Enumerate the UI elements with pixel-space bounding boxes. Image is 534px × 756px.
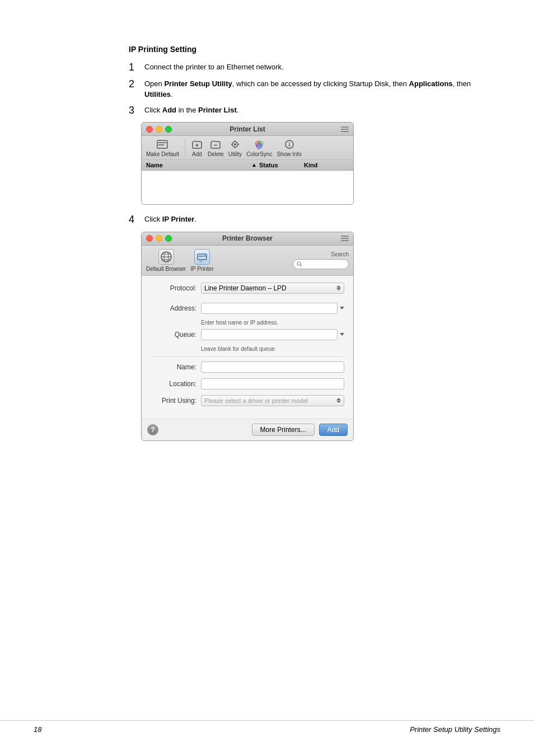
printer-list-table-header: Name ▲ Status Kind xyxy=(142,160,353,171)
delete-label: Delete xyxy=(208,151,224,157)
browser-traffic-lights xyxy=(146,235,172,242)
search-label: Search xyxy=(331,251,349,257)
info-icon: i xyxy=(283,138,296,151)
step-4-list: 4 Click IP Printer. xyxy=(129,214,489,226)
step-2: 2 Open Printer Setup Utility, which can … xyxy=(129,78,489,100)
protocol-label: Protocol: xyxy=(151,284,201,292)
colorsync-button[interactable]: ColorSync xyxy=(246,138,272,157)
browser-close-icon[interactable] xyxy=(146,235,153,242)
close-button-icon[interactable] xyxy=(146,126,153,133)
form-divider xyxy=(151,356,344,357)
location-row: Location: xyxy=(151,378,344,389)
utility-button[interactable]: Utility xyxy=(228,138,242,157)
delete-printer-button[interactable]: Delete xyxy=(208,138,224,157)
svg-point-11 xyxy=(234,143,236,145)
svg-point-31 xyxy=(297,262,301,265)
add-button[interactable]: Add xyxy=(319,424,348,436)
svg-text:i: i xyxy=(288,142,290,148)
printer-list-table-body xyxy=(142,171,353,204)
search-icon xyxy=(297,261,302,267)
svg-rect-1 xyxy=(158,142,166,143)
browser-minimize-icon[interactable] xyxy=(156,235,162,242)
location-field xyxy=(201,378,344,389)
make-default-icon xyxy=(156,138,168,151)
printer-list-title: Printer List xyxy=(229,125,265,133)
browser-footer: ? More Printers... Add xyxy=(142,419,353,440)
search-area: Search xyxy=(218,251,349,269)
traffic-lights xyxy=(146,126,172,133)
step-number-4: 4 xyxy=(129,214,141,226)
browser-resize-icon xyxy=(341,236,349,241)
name-input[interactable] xyxy=(201,361,344,373)
add-button-label: Add xyxy=(327,426,339,434)
name-field xyxy=(201,361,344,373)
step-number-3: 3 xyxy=(129,105,141,117)
step-text-1: Connect the printer to an Ethernet netwo… xyxy=(144,62,489,73)
browser-toolbar: Default Browser IP Printer xyxy=(142,246,353,276)
name-label: Name: xyxy=(151,363,201,371)
address-input[interactable] xyxy=(201,303,338,314)
show-info-label: Show Info xyxy=(277,151,301,157)
zoom-button-icon[interactable] xyxy=(165,126,172,133)
print-using-select[interactable]: Please select a driver or printer model xyxy=(201,395,344,406)
section-title: IP Printing Setting xyxy=(129,45,489,54)
location-label: Location: xyxy=(151,380,201,388)
svg-rect-2 xyxy=(158,144,164,145)
queue-arrow-icon xyxy=(340,333,344,336)
protocol-value: Line Printer Daemon – LPD xyxy=(204,284,287,292)
help-button[interactable]: ? xyxy=(147,424,158,435)
main-content: IP Printing Setting 1 Connect the printe… xyxy=(129,45,489,441)
show-info-button[interactable]: i Show Info xyxy=(277,138,301,157)
resize-icon xyxy=(341,126,349,132)
colorsync-icon xyxy=(253,138,265,151)
step-text-3: Click Add in the Printer List. xyxy=(144,105,489,116)
queue-hint: Leave blank for default queue. xyxy=(151,346,344,352)
page-number: 18 xyxy=(34,725,41,734)
page-footer: 18 Printer Setup Utility Settings xyxy=(0,720,534,734)
make-default-button[interactable]: Make Default xyxy=(146,138,179,157)
location-input[interactable] xyxy=(201,378,344,389)
step-text-2: Open Printer Setup Utility, which can be… xyxy=(144,78,489,100)
step-number-2: 2 xyxy=(129,78,141,91)
printer-list-titlebar: Printer List xyxy=(142,123,353,136)
address-row: Address: xyxy=(151,303,344,314)
svg-point-28 xyxy=(204,255,205,257)
browser-title: Printer Browser xyxy=(222,234,273,242)
svg-rect-29 xyxy=(200,260,202,261)
svg-point-18 xyxy=(256,143,262,149)
queue-row: Queue: xyxy=(151,329,344,340)
printer-browser-window: Printer Browser xyxy=(141,232,354,441)
browser-form: Protocol: Line Printer Daemon – LPD xyxy=(142,276,353,419)
protocol-row: Protocol: Line Printer Daemon – LPD xyxy=(151,283,344,294)
address-hint: Enter host name or IP address. xyxy=(151,320,344,326)
step-text-4: Click IP Printer. xyxy=(144,214,489,225)
browser-zoom-icon[interactable] xyxy=(165,235,172,242)
ip-printer-button[interactable]: IP Printer xyxy=(190,249,214,272)
col-status: Status xyxy=(259,162,304,168)
toolbar-divider-1 xyxy=(185,139,185,156)
step-4: 4 Click IP Printer. xyxy=(129,214,489,226)
print-using-arrow-icon xyxy=(336,398,341,403)
print-using-placeholder: Please select a driver or printer model xyxy=(204,397,308,404)
more-printers-label: More Printers... xyxy=(260,426,306,434)
queue-input[interactable] xyxy=(201,329,338,340)
search-box[interactable] xyxy=(293,259,349,269)
print-using-row: Print Using: Please select a driver or p… xyxy=(151,395,344,406)
svg-rect-26 xyxy=(198,254,207,260)
default-browser-icon xyxy=(158,249,174,265)
page: IP Printing Setting 1 Connect the printe… xyxy=(0,0,534,756)
ip-printer-icon xyxy=(194,249,210,265)
add-printer-button[interactable]: Add xyxy=(191,138,203,157)
add-label: Add xyxy=(192,151,202,157)
print-using-field: Please select a driver or printer model xyxy=(201,395,344,406)
search-placeholder xyxy=(305,261,306,267)
default-browser-button[interactable]: Default Browser xyxy=(146,249,186,272)
name-row: Name: xyxy=(151,361,344,373)
protocol-select[interactable]: Line Printer Daemon – LPD xyxy=(201,283,344,294)
more-printers-button[interactable]: More Printers... xyxy=(252,424,315,436)
delete-icon xyxy=(209,138,222,151)
step-1: 1 Connect the printer to an Ethernet net… xyxy=(129,62,489,74)
minimize-button-icon[interactable] xyxy=(156,126,162,133)
step-number-1: 1 xyxy=(129,62,141,74)
address-arrow-icon xyxy=(340,307,344,309)
